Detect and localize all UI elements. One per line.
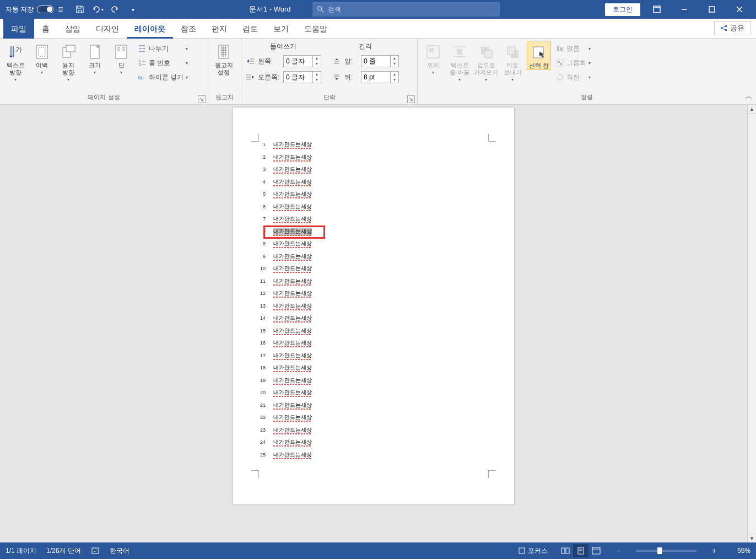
spin-up[interactable]: ▲ [391,72,398,77]
document-line[interactable]: 9내가만드는세상 [258,252,489,265]
redo-button[interactable] [109,3,122,16]
tab-home[interactable]: 홈 [34,19,57,39]
document-line[interactable]: 13내가만드는세상 [258,302,489,315]
ribbon-display-options[interactable] [646,1,668,18]
document-line[interactable]: 17내가만드는세상 [258,352,489,364]
spellcheck-button[interactable] [91,546,100,555]
close-button[interactable] [728,1,750,18]
spacing-before-input[interactable]: ▲▼ [361,55,399,67]
spin-down[interactable]: ▼ [313,77,321,83]
columns-button[interactable]: 단▾ [109,41,133,75]
tab-help[interactable]: 도움말 [296,19,335,39]
line-numbers-button[interactable]: 12줄 번호▾ [136,56,190,69]
document-line[interactable]: 4내가만드는세상 [258,178,489,191]
tab-layout[interactable]: 레이아웃 [127,19,173,39]
collapse-ribbon-button[interactable]: ︿ [745,92,753,101]
document-line[interactable]: 18내가만드는세상 [258,364,489,377]
tab-review[interactable]: 검토 [235,19,266,39]
svg-rect-47 [429,48,434,52]
qat-customize[interactable]: ▾ [126,3,139,16]
selection-pane-button[interactable]: 선택 창 [527,41,551,70]
rotate-icon [555,73,564,82]
document-line[interactable]: 3내가만드는세상 [258,165,489,178]
group-manuscript: 원고지설정 원고지 [208,39,241,104]
autosave-toggle[interactable] [37,6,53,13]
vertical-scrollbar[interactable]: ▲ ▼ [747,105,756,542]
spin-up[interactable]: ▲ [391,56,398,61]
size-button[interactable]: 크기▾ [83,41,107,75]
document-line[interactable]: 2내가만드는세상 [258,153,489,166]
web-layout-button[interactable] [588,544,604,557]
autosave-state: 끔 [58,6,63,13]
svg-rect-52 [484,50,492,58]
document-line[interactable]: 21내가만드는세상 [258,401,489,414]
zoom-level[interactable]: 55% [728,547,750,555]
document-line[interactable]: 22내가만드는세상 [258,413,489,426]
tab-references[interactable]: 참조 [173,19,204,39]
search-box[interactable]: 검색 [312,2,500,17]
scroll-down-button[interactable]: ▼ [748,534,756,542]
document-line[interactable]: 5내가만드는세상 [258,190,489,203]
document-line[interactable]: 10내가만드는세상 [258,265,489,277]
document-line[interactable]: 6내가만드는세상 [258,203,489,216]
share-button[interactable]: 공유 [714,21,750,35]
selection-pane-icon [530,44,548,61]
language-indicator[interactable]: 한국어 [110,546,129,556]
svg-rect-63 [561,548,565,553]
document-line[interactable]: 19내가만드는세상 [258,377,489,389]
document-line[interactable]: 12내가만드는세상 [258,289,489,302]
maximize-button[interactable] [701,1,723,18]
zoom-out-button[interactable]: − [614,546,623,555]
hyphenation-button[interactable]: bc하이픈 넣기▾ [136,71,190,84]
focus-mode[interactable]: 포커스 [518,546,548,556]
margins-button[interactable]: 여백▾ [30,41,54,75]
text-direction-button[interactable]: 가 텍스트방향▾ [3,41,28,82]
zoom-slider[interactable] [636,550,696,552]
spin-up[interactable]: ▲ [313,72,321,77]
spin-down[interactable]: ▼ [313,61,321,67]
tab-file[interactable]: 파일 [3,19,34,39]
tab-design[interactable]: 디자인 [88,19,127,39]
breaks-button[interactable]: 나누기▾ [136,42,190,55]
document-line[interactable]: 8내가만드는세상 [258,240,489,252]
document-area[interactable]: 1내가만드는세상2내가만드는세상3내가만드는세상4내가만드는세상5내가만드는세상… [0,105,747,542]
page-count[interactable]: 1/1 페이지 [6,546,36,556]
orientation-button[interactable]: 용지방향▾ [56,41,80,82]
spin-up[interactable]: ▲ [313,56,321,61]
position-button: 위치▾ [421,41,445,75]
document-line[interactable]: 14내가만드는세상 [258,314,489,327]
tab-insert[interactable]: 삽입 [57,19,88,39]
paragraph-launcher[interactable]: ↘ [407,95,415,103]
read-mode-button[interactable] [558,544,573,557]
document-line[interactable]: 25내가만드는세상 [258,451,489,464]
spacing-after-input[interactable]: ▲▼ [361,71,399,83]
save-button[interactable] [73,3,87,16]
login-button[interactable]: 로그인 [605,3,640,16]
scroll-up-button[interactable]: ▲ [748,105,756,114]
indent-left-icon [245,56,256,67]
spin-down[interactable]: ▼ [391,61,398,67]
zoom-in-button[interactable]: + [710,546,719,555]
document-line[interactable]: 15내가만드는세상 [258,327,489,340]
spin-down[interactable]: ▼ [391,77,398,83]
document-line[interactable]: 11내가만드는세상 [258,277,489,290]
word-count[interactable]: 1/26개 단어 [46,546,81,556]
tab-view[interactable]: 보기 [266,19,296,39]
print-layout-button[interactable] [573,544,588,557]
group-paragraph: 들여쓰기 왼쪽: ▲▼ 오른쪽: ▲▼ 간격 앞: ▲▼ [241,39,418,104]
indent-right-input[interactable]: ▲▼ [283,71,321,83]
undo-button[interactable]: ▾ [91,3,104,16]
manuscript-button[interactable]: 원고지설정 [212,41,236,76]
document-line[interactable]: 23내가만드는세상 [258,426,489,439]
indent-left-input[interactable]: ▲▼ [283,55,321,67]
document-line[interactable]: 16내가만드는세상 [258,339,489,352]
page-setup-launcher[interactable]: ↘ [198,95,206,103]
title-bar: 자동 저장 끔 ▾ ▾ 문서1 - Word 검색 로그인 [0,0,756,19]
document-line[interactable]: 20내가만드는세상 [258,389,489,401]
minimize-button[interactable] [673,1,695,18]
document-line[interactable]: 1내가만드는세상 [258,141,489,153]
document-line[interactable]: 24내가만드는세상 [258,438,489,451]
tab-mailings[interactable]: 편지 [204,19,235,39]
document-content[interactable]: 1내가만드는세상2내가만드는세상3내가만드는세상4내가만드는세상5내가만드는세상… [258,141,489,463]
document-line[interactable]: •내가만드는세상 [258,228,489,240]
